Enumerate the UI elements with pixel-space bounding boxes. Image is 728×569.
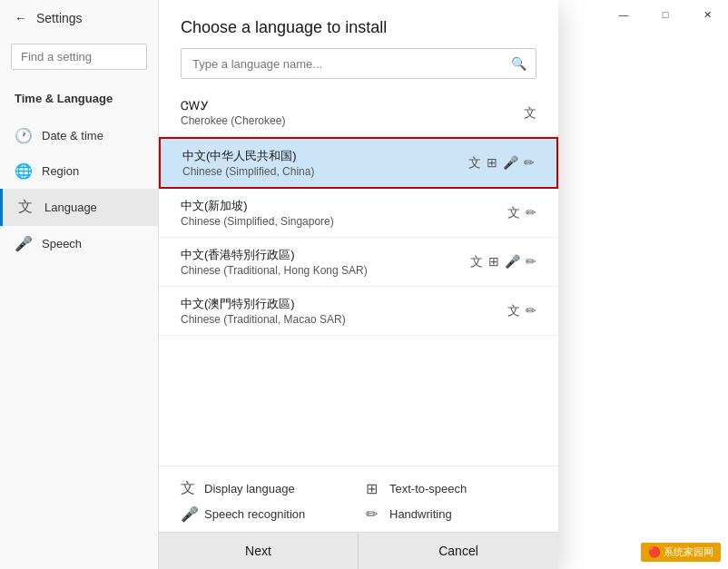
- speech-recognition-icon: 🎤: [181, 505, 197, 523]
- language-item-zh-mo[interactable]: 中文(澳門特別行政區) Chinese (Traditional, Macao …: [159, 287, 558, 336]
- lang-sub-zh-sg: Chinese (Simplified, Singapore): [181, 215, 334, 228]
- language-list: ᏣᎳᎩ Cherokee (Cherokee) 文 中文(中华人民共和国) Ch…: [159, 90, 558, 466]
- feature-speech-label: Speech recognition: [204, 507, 305, 521]
- feature-tts-label: Text-to-speech: [389, 482, 467, 495]
- sidebar-section-label: Time & Language: [0, 77, 158, 111]
- display-language-icon: 文: [181, 479, 197, 498]
- dialog-overlay: Choose a language to install 🔍 ᏣᎳᎩ Chero…: [159, 0, 728, 569]
- lang-name-cherokee: ᏣᎳᎩ: [181, 99, 285, 113]
- cancel-button[interactable]: Cancel: [359, 533, 558, 569]
- sidebar-nav: 🕐 Date & time 🌐 Region 文 Language 🎤 Spee…: [0, 118, 158, 569]
- lang-name-zh-sg: 中文(新加坡): [181, 198, 334, 214]
- language-item-zh-sg[interactable]: 中文(新加坡) Chinese (Simplified, Singapore) …: [159, 189, 558, 238]
- language-icon: 文: [17, 198, 34, 217]
- lang-name-zh-hk: 中文(香港特別行政區): [181, 247, 368, 263]
- text-icon: 文: [507, 303, 520, 319]
- sidebar-search-input[interactable]: [11, 44, 147, 70]
- search-icon: 🔍: [502, 49, 536, 78]
- globe-icon: 🌐: [15, 162, 31, 180]
- mic-icon: 🎤: [503, 155, 518, 172]
- text-icon: 文: [470, 254, 483, 270]
- sidebar-item-label: Date & time: [42, 129, 103, 142]
- lang-icons-zh-hk: 文 ⊞ 🎤 ✏: [470, 254, 536, 270]
- text-icon: 文: [524, 105, 536, 122]
- pen-icon: ✏: [524, 155, 535, 172]
- feature-speech-recognition: 🎤 Speech recognition: [181, 505, 351, 523]
- settings-title: Settings: [36, 11, 83, 25]
- mic-icon: 🎤: [505, 254, 520, 270]
- lang-info-zh-sg: 中文(新加坡) Chinese (Simplified, Singapore): [181, 198, 334, 228]
- speech-nav-icon: 🎤: [15, 235, 31, 252]
- feature-handwriting-label: Handwriting: [389, 507, 452, 521]
- main-content: ker will appear in this anguage in the l…: [159, 0, 728, 569]
- language-item-zh-cn[interactable]: 中文(中华人民共和国) Chinese (Simplified, China) …: [159, 137, 558, 189]
- language-install-dialog: Choose a language to install 🔍 ᏣᎳᎩ Chero…: [159, 0, 558, 569]
- lang-info-zh-mo: 中文(澳門特別行政區) Chinese (Traditional, Macao …: [181, 296, 346, 326]
- lang-info-zh-cn: 中文(中华人民共和国) Chinese (Simplified, China): [182, 148, 314, 178]
- clock-icon: 🕐: [15, 127, 31, 144]
- feature-display-language: 文 Display language: [181, 479, 351, 498]
- language-search-box[interactable]: 🔍: [181, 48, 536, 79]
- keyboard-icon: ⊞: [487, 155, 497, 172]
- language-search-input[interactable]: [182, 50, 502, 78]
- dialog-footer: Next Cancel: [159, 532, 558, 569]
- features-section: 文 Display language ⊞ Text-to-speech 🎤 Sp…: [159, 466, 558, 532]
- pen-icon: ✏: [526, 205, 536, 221]
- lang-name-zh-mo: 中文(澳門特別行政區): [181, 296, 346, 312]
- language-item-cherokee[interactable]: ᏣᎳᎩ Cherokee (Cherokee) 文: [159, 90, 558, 137]
- lang-sub-zh-mo: Chinese (Traditional, Macao SAR): [181, 313, 346, 326]
- pen-icon: ✏: [526, 303, 536, 319]
- lang-sub-zh-hk: Chinese (Traditional, Hong Kong SAR): [181, 264, 368, 277]
- dialog-title: Choose a language to install: [159, 0, 558, 48]
- next-button[interactable]: Next: [159, 533, 359, 569]
- lang-icons-cherokee: 文: [524, 105, 536, 122]
- text-icon: 文: [507, 205, 520, 221]
- sidebar: ← Settings Time & Language 🕐 Date & time…: [0, 0, 159, 569]
- lang-icons-zh-sg: 文 ✏: [507, 205, 536, 221]
- handwriting-icon: ✏: [366, 505, 382, 523]
- lang-name-zh-cn: 中文(中华人民共和国): [182, 148, 314, 164]
- feature-text-to-speech: ⊞ Text-to-speech: [366, 479, 536, 498]
- sidebar-item-speech[interactable]: 🎤 Speech: [0, 226, 158, 261]
- watermark: 🔴 系统家园网: [641, 543, 721, 562]
- lang-info-cherokee: ᏣᎳᎩ Cherokee (Cherokee): [181, 99, 285, 127]
- features-grid: 文 Display language ⊞ Text-to-speech 🎤 Sp…: [181, 479, 536, 523]
- pen-icon: ✏: [526, 254, 536, 270]
- lang-sub-zh-cn: Chinese (Simplified, China): [182, 165, 314, 178]
- lang-info-zh-hk: 中文(香港特別行政區) Chinese (Traditional, Hong K…: [181, 247, 368, 277]
- sidebar-item-language[interactable]: 文 Language: [0, 189, 158, 226]
- sidebar-item-datetime[interactable]: 🕐 Date & time: [0, 118, 158, 153]
- tts-icon: ⊞: [366, 480, 382, 497]
- sidebar-back-button[interactable]: ← Settings: [0, 0, 158, 36]
- sidebar-item-label: Region: [42, 164, 79, 178]
- sidebar-item-region[interactable]: 🌐 Region: [0, 153, 158, 189]
- sidebar-item-label: Language: [44, 201, 97, 214]
- lang-sub-cherokee: Cherokee (Cherokee): [181, 114, 285, 127]
- sidebar-item-label: Speech: [42, 237, 82, 250]
- feature-handwriting: ✏ Handwriting: [366, 505, 536, 523]
- language-item-zh-hk[interactable]: 中文(香港特別行政區) Chinese (Traditional, Hong K…: [159, 238, 558, 287]
- feature-display-language-label: Display language: [204, 482, 295, 495]
- watermark-text: 🔴 系统家园网: [648, 546, 713, 557]
- keyboard-icon: ⊞: [488, 254, 499, 270]
- text-icon: 文: [468, 155, 481, 172]
- lang-icons-zh-cn: 文 ⊞ 🎤 ✏: [468, 155, 535, 172]
- back-arrow-icon: ←: [15, 11, 27, 25]
- lang-icons-zh-mo: 文 ✏: [507, 303, 536, 319]
